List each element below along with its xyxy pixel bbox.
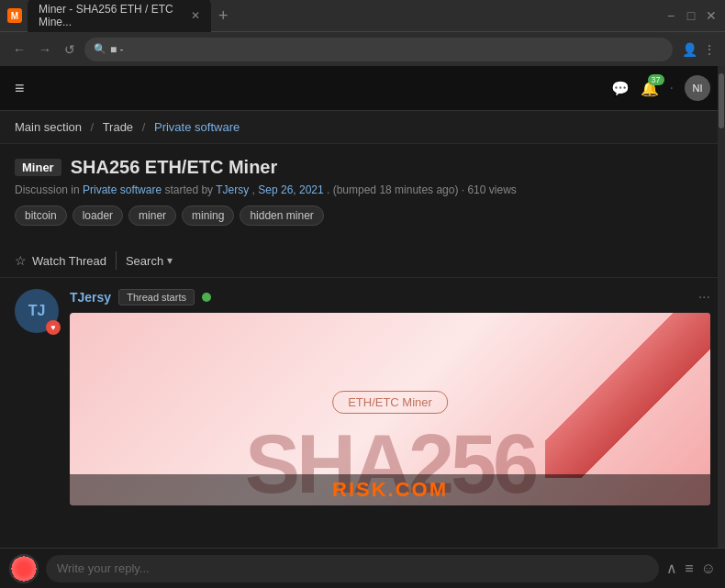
- list-icon[interactable]: ≡: [685, 560, 693, 577]
- reply-actions: ∧ ≡ ☺: [666, 560, 716, 577]
- user-menu-separator: ·: [670, 80, 674, 96]
- meta-bumped: . (bumped 18 minutes ago): [327, 183, 458, 196]
- avatar-badge: ♥: [46, 320, 61, 335]
- forum-header: ≡ 💬 🔔 37 · NI: [0, 66, 725, 111]
- breadcrumb-sep-2: /: [142, 120, 146, 134]
- breadcrumb-main[interactable]: Main section: [15, 120, 82, 134]
- post-more-options[interactable]: ···: [698, 289, 710, 305]
- hamburger-menu[interactable]: ≡: [15, 79, 25, 98]
- search-label: Search: [126, 254, 163, 268]
- meta-by: started by: [164, 183, 216, 196]
- address-bar[interactable]: 🔍 ■ -: [84, 38, 673, 61]
- back-button[interactable]: ←: [9, 40, 29, 59]
- refresh-button[interactable]: ↺: [61, 40, 79, 59]
- forward-button[interactable]: →: [35, 40, 55, 59]
- heart-icon: ♥: [50, 323, 55, 332]
- scrollbar-thumb[interactable]: [719, 73, 724, 128]
- notification-badge: 37: [648, 74, 664, 85]
- breadcrumb: Main section / Trade / Private software: [0, 111, 725, 144]
- post-area: TJ ♥ TJersy Thread starts ··· ETH/ETC Mi…: [0, 278, 725, 516]
- tag-hidden-miner[interactable]: hidden miner: [240, 205, 323, 226]
- tag-mining[interactable]: mining: [182, 205, 234, 226]
- post-header: TJersy Thread starts ···: [70, 289, 710, 305]
- header-actions: 💬 🔔 37 · NI: [611, 75, 710, 101]
- star-icon: ☆: [15, 253, 27, 268]
- maximize-button[interactable]: □: [685, 9, 697, 22]
- reply-placeholder: Write your reply...: [57, 561, 150, 575]
- thread-meta: Discussion in Private software started b…: [15, 183, 710, 196]
- tab-close-button[interactable]: ✕: [191, 9, 200, 22]
- banner-label: ETH/ETC Miner: [332, 391, 448, 414]
- thread-type-badge: Miner: [15, 159, 61, 176]
- tag-loader[interactable]: loader: [72, 205, 123, 226]
- reply-input[interactable]: Write your reply...: [46, 555, 659, 582]
- chat-icon[interactable]: 💬: [611, 80, 630, 97]
- meta-date: Sep 26, 2021: [258, 183, 323, 196]
- breadcrumb-trade[interactable]: Trade: [103, 120, 133, 134]
- minimize-button[interactable]: −: [664, 9, 677, 22]
- tab-title: Miner - SHA256 ETH / ETC Mine...: [39, 3, 182, 28]
- search-dropdown-icon: ▾: [167, 254, 173, 267]
- post-banner-image: ETH/ETC Miner SHA256 RISK.COM: [70, 313, 710, 505]
- forum-page: ≡ 💬 🔔 37 · NI Main section / Trade / Pri…: [0, 66, 725, 588]
- lock-icon: 🔍: [94, 43, 106, 55]
- search-button[interactable]: Search ▾: [126, 254, 173, 268]
- meta-author[interactable]: TJersy: [216, 183, 249, 196]
- watch-thread-label: Watch Thread: [32, 254, 106, 268]
- meta-section-link[interactable]: Private software: [83, 183, 162, 196]
- title-bar: M Miner - SHA256 ETH / ETC Mine... ✕ + −…: [0, 0, 725, 31]
- page-scrollbar[interactable]: [718, 66, 725, 588]
- tag-bitcoin[interactable]: bitcoin: [15, 205, 67, 226]
- user-initials: NI: [693, 83, 703, 94]
- active-tab[interactable]: Miner - SHA256 ETH / ETC Mine... ✕: [28, 0, 211, 32]
- meta-views: · 610 views: [462, 183, 517, 196]
- thread-title-area: Miner SHA256 ETH/ETC Miner Discussion in…: [0, 144, 725, 244]
- user-avatar[interactable]: NI: [685, 75, 710, 101]
- notification-button[interactable]: 🔔 37: [641, 80, 659, 97]
- reply-avatar: [9, 554, 39, 583]
- tags-row: bitcoin loader miner mining hidden miner: [15, 205, 710, 226]
- browser-logo: M: [7, 8, 22, 23]
- breadcrumb-sep-1: /: [91, 120, 95, 134]
- browser-frame: M Miner - SHA256 ETH / ETC Mine... ✕ + −…: [0, 0, 725, 66]
- thread-starts-badge: Thread starts: [118, 289, 195, 305]
- watermark-text: RISK.COM: [70, 474, 710, 505]
- post-username[interactable]: TJersy: [70, 290, 111, 305]
- tag-miner[interactable]: miner: [128, 205, 176, 226]
- nav-actions: 👤 ⋮: [682, 42, 716, 57]
- post-avatar[interactable]: TJ ♥: [15, 289, 59, 333]
- meta-sep: ,: [252, 183, 255, 196]
- emoji-icon[interactable]: ☺: [701, 560, 716, 577]
- chevron-up-icon[interactable]: ∧: [666, 560, 677, 577]
- menu-button[interactable]: ⋮: [703, 42, 716, 57]
- nav-bar: ← → ↺ 🔍 ■ - 👤 ⋮: [0, 31, 725, 66]
- close-button[interactable]: ✕: [705, 9, 718, 22]
- new-tab-button[interactable]: +: [218, 6, 229, 26]
- window-controls: − □ ✕: [664, 9, 718, 22]
- address-text: ■ -: [110, 43, 124, 56]
- reply-bar: Write your reply... ∧ ≡ ☺: [0, 548, 725, 588]
- actions-divider: [116, 251, 117, 270]
- post-content: TJersy Thread starts ··· ETH/ETC Miner S…: [70, 289, 710, 505]
- reply-avatar-image: [9, 554, 39, 583]
- online-status-dot: [202, 293, 211, 302]
- thread-title: SHA256 ETH/ETC Miner: [71, 157, 278, 178]
- user-button[interactable]: 👤: [682, 42, 697, 57]
- thread-actions-bar: ☆ Watch Thread Search ▾: [0, 244, 725, 278]
- avatar-initials: TJ: [28, 303, 46, 319]
- meta-prefix: Discussion in: [15, 183, 83, 196]
- breadcrumb-current[interactable]: Private software: [154, 120, 240, 134]
- watch-thread-button[interactable]: ☆ Watch Thread: [15, 253, 106, 268]
- thread-title-row: Miner SHA256 ETH/ETC Miner: [15, 157, 710, 178]
